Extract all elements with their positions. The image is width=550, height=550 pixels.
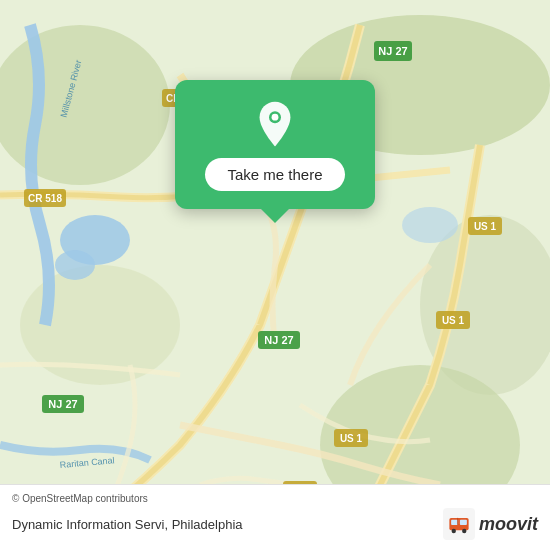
- svg-rect-34: [460, 520, 467, 525]
- svg-text:NJ 27: NJ 27: [48, 398, 77, 410]
- svg-text:NJ 27: NJ 27: [378, 45, 407, 57]
- attribution: © OpenStreetMap contributors: [12, 493, 538, 504]
- bottom-bar: © OpenStreetMap contributors Dynamic Inf…: [0, 484, 550, 550]
- take-me-there-button[interactable]: Take me there: [205, 158, 344, 191]
- svg-text:US 1: US 1: [442, 315, 465, 326]
- svg-rect-37: [457, 518, 458, 525]
- svg-point-35: [452, 529, 456, 533]
- map-container: NJ 27 CR 518 CR 518 US 1 US 1 US 1 US 1 …: [0, 0, 550, 550]
- svg-text:CR 518: CR 518: [28, 193, 62, 204]
- svg-point-8: [402, 207, 458, 243]
- svg-text:US 1: US 1: [340, 433, 363, 444]
- moovit-logo: moovit: [443, 508, 538, 540]
- svg-point-36: [462, 529, 466, 533]
- svg-rect-33: [451, 520, 458, 525]
- location-pin-icon: [251, 100, 299, 148]
- location-info: Dynamic Information Servi, Philadelphia: [12, 517, 243, 532]
- svg-text:US 1: US 1: [474, 221, 497, 232]
- moovit-name: moovit: [479, 514, 538, 535]
- svg-point-7: [55, 250, 95, 280]
- svg-text:NJ 27: NJ 27: [264, 334, 293, 346]
- moovit-bus-icon: [443, 508, 475, 540]
- svg-point-30: [272, 114, 279, 121]
- popup-card: Take me there: [175, 80, 375, 209]
